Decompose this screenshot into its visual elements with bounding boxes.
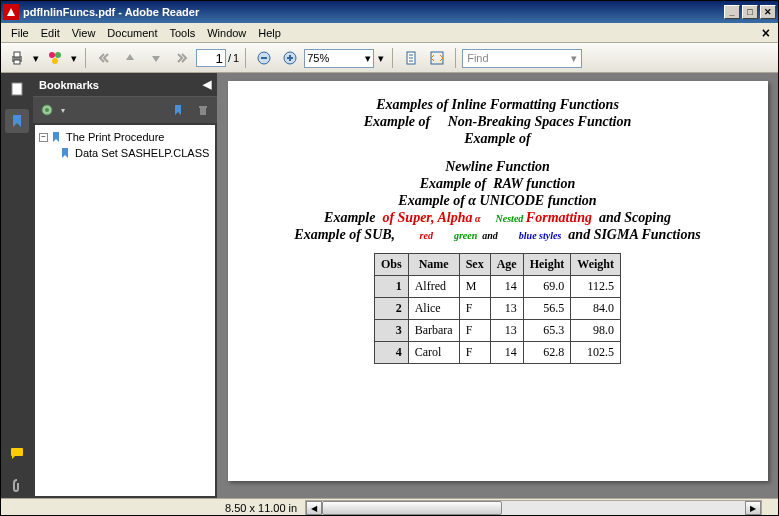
tree-item-child[interactable]: Data Set SASHELP.CLASS bbox=[59, 145, 211, 161]
table-cell: F bbox=[459, 342, 490, 364]
table-header-row: ObsNameSexAgeHeightWeight bbox=[374, 254, 620, 276]
email-button[interactable] bbox=[43, 46, 67, 70]
nav-strip bbox=[1, 73, 33, 498]
separator bbox=[455, 48, 456, 68]
svg-point-4 bbox=[49, 52, 55, 58]
new-bookmark-button[interactable] bbox=[169, 100, 189, 120]
last-page-button[interactable] bbox=[170, 46, 194, 70]
next-page-button[interactable] bbox=[144, 46, 168, 70]
table-row: 2AliceF1356.584.0 bbox=[374, 298, 620, 320]
attachments-tab[interactable] bbox=[5, 474, 29, 498]
table-cell: 14 bbox=[490, 276, 523, 298]
tree-item-root[interactable]: − The Print Procedure bbox=[39, 129, 211, 145]
separator bbox=[245, 48, 246, 68]
column-header: Obs bbox=[374, 254, 408, 276]
table-cell: 14 bbox=[490, 342, 523, 364]
workspace: Bookmarks ◀ ▾ − The Print Procedure Data… bbox=[1, 73, 778, 498]
svg-rect-14 bbox=[12, 83, 22, 95]
page-size-label: 8.50 x 11.00 in bbox=[217, 502, 305, 514]
zoom-out-button[interactable] bbox=[252, 46, 276, 70]
zoom-select[interactable]: 75%▾ bbox=[304, 49, 374, 68]
pages-tab[interactable] bbox=[5, 77, 29, 101]
separator bbox=[392, 48, 393, 68]
zoom-dropdown[interactable]: ▾ bbox=[376, 52, 386, 65]
column-header: Weight bbox=[571, 254, 621, 276]
table-cell: 69.0 bbox=[523, 276, 571, 298]
table-cell: 112.5 bbox=[571, 276, 621, 298]
close-document-button[interactable]: × bbox=[758, 25, 774, 41]
fit-width-button[interactable] bbox=[425, 46, 449, 70]
svg-rect-3 bbox=[14, 60, 20, 64]
document-area: Examples of Inline Formatting FunctionsE… bbox=[217, 73, 778, 498]
comments-tab[interactable] bbox=[5, 442, 29, 466]
prev-page-button[interactable] bbox=[118, 46, 142, 70]
svg-point-6 bbox=[52, 58, 58, 64]
table-row: 1AlfredM1469.0112.5 bbox=[374, 276, 620, 298]
menu-tools[interactable]: Tools bbox=[164, 25, 202, 41]
column-header: Height bbox=[523, 254, 571, 276]
close-button[interactable]: ✕ bbox=[760, 5, 776, 19]
table-cell: 1 bbox=[374, 276, 408, 298]
pdf-page: Examples of Inline Formatting FunctionsE… bbox=[228, 81, 768, 481]
tree-toggle[interactable]: − bbox=[39, 133, 48, 142]
table-cell: 13 bbox=[490, 320, 523, 342]
menu-help[interactable]: Help bbox=[252, 25, 287, 41]
data-table: ObsNameSexAgeHeightWeight 1AlfredM1469.0… bbox=[374, 253, 621, 364]
email-dropdown[interactable]: ▾ bbox=[69, 52, 79, 65]
bookmarks-toolbar: ▾ bbox=[33, 97, 217, 123]
table-cell: Barbara bbox=[408, 320, 459, 342]
horizontal-scrollbar[interactable]: ◀ ▶ bbox=[305, 500, 762, 516]
first-page-button[interactable] bbox=[92, 46, 116, 70]
delete-bookmark-button[interactable] bbox=[193, 100, 213, 120]
doc-text-line: Example of SUB, red green and blue style… bbox=[236, 227, 760, 243]
bookmark-icon bbox=[59, 146, 73, 160]
svg-rect-11 bbox=[289, 55, 291, 61]
toolbar: ▾ ▾ / 1 75%▾ ▾ Find▾ bbox=[1, 43, 778, 73]
svg-rect-8 bbox=[261, 57, 267, 59]
table-cell: Alice bbox=[408, 298, 459, 320]
table-cell: Carol bbox=[408, 342, 459, 364]
menu-view[interactable]: View bbox=[66, 25, 102, 41]
bookmarks-header: Bookmarks ◀ bbox=[33, 73, 217, 97]
collapse-panel-button[interactable]: ◀ bbox=[203, 78, 211, 91]
scroll-right-button[interactable]: ▶ bbox=[745, 501, 761, 515]
tree-label: The Print Procedure bbox=[66, 131, 164, 143]
scroll-thumb[interactable] bbox=[322, 501, 502, 515]
menu-document[interactable]: Document bbox=[101, 25, 163, 41]
bookmarks-tab[interactable] bbox=[5, 109, 29, 133]
table-row: 3BarbaraF1365.398.0 bbox=[374, 320, 620, 342]
doc-text-line: Example of RAW function bbox=[236, 176, 760, 192]
app-icon bbox=[3, 4, 19, 20]
zoom-in-button[interactable] bbox=[278, 46, 302, 70]
table-cell: 98.0 bbox=[571, 320, 621, 342]
menu-window[interactable]: Window bbox=[201, 25, 252, 41]
document-scroll[interactable]: Examples of Inline Formatting FunctionsE… bbox=[217, 73, 778, 498]
find-input[interactable]: Find▾ bbox=[462, 49, 582, 68]
doc-text-line: Example of Super, Alpha α Nested Formatt… bbox=[236, 210, 760, 226]
menu-edit[interactable]: Edit bbox=[35, 25, 66, 41]
document-content: Examples of Inline Formatting FunctionsE… bbox=[236, 97, 760, 243]
table-body: 1AlfredM1469.0112.52AliceF1356.584.03Bar… bbox=[374, 276, 620, 364]
page-number-input[interactable] bbox=[196, 49, 226, 67]
maximize-button[interactable]: □ bbox=[742, 5, 758, 19]
options-button[interactable] bbox=[37, 100, 57, 120]
menu-file[interactable]: File bbox=[5, 25, 35, 41]
svg-point-16 bbox=[45, 108, 49, 112]
print-dropdown[interactable]: ▾ bbox=[31, 52, 41, 65]
table-cell: M bbox=[459, 276, 490, 298]
options-dropdown[interactable]: ▾ bbox=[61, 106, 65, 115]
table-cell: 2 bbox=[374, 298, 408, 320]
svg-rect-2 bbox=[14, 52, 20, 57]
doc-text-line: Example of bbox=[236, 131, 760, 147]
fit-page-button[interactable] bbox=[399, 46, 423, 70]
scroll-left-button[interactable]: ◀ bbox=[306, 501, 322, 515]
table-cell: 13 bbox=[490, 298, 523, 320]
tree-label: Data Set SASHELP.CLASS bbox=[75, 147, 209, 159]
page-total: 1 bbox=[233, 52, 239, 64]
minimize-button[interactable]: _ bbox=[724, 5, 740, 19]
doc-text-line: Example of Non-Breaking Spaces Function bbox=[236, 114, 760, 130]
svg-rect-13 bbox=[431, 52, 443, 64]
column-header: Sex bbox=[459, 254, 490, 276]
print-button[interactable] bbox=[5, 46, 29, 70]
table-cell: 62.8 bbox=[523, 342, 571, 364]
